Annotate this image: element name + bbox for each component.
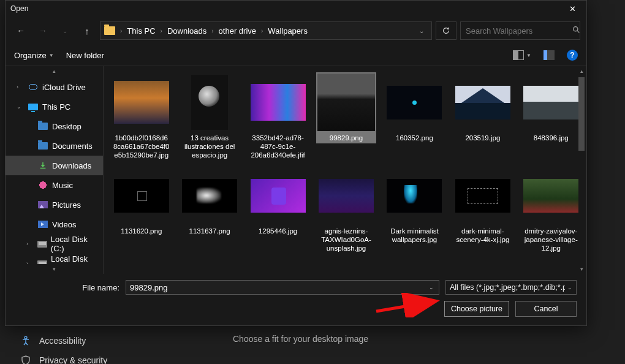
folder-icon [37,141,48,151]
file-item[interactable]: 1295446.jpg [244,163,312,256]
chevron-down-icon: ▼ [526,53,531,58]
address-bar[interactable]: › This PC › Downloads › other drive › Wa… [100,21,432,40]
file-name-input[interactable] [130,283,428,292]
tree-item-icloud-drive[interactable]: ›iCloud Drive [6,77,103,97]
file-name-combobox[interactable]: ⌄ [126,280,439,295]
expander-icon[interactable]: ⌄ [17,104,24,110]
preview-pane-button[interactable] [544,50,555,60]
file-name-caption: 13 creativas ilustraciones del espacio.j… [180,132,240,161]
dl-icon [37,161,48,170]
chevron-right-icon[interactable]: › [119,28,123,34]
tree-item-pictures[interactable]: Pictures [6,195,103,214]
cloud-icon [28,82,39,92]
file-item[interactable]: 848396.jpg [517,70,585,163]
tree-item-this-pc[interactable]: ⌄This PC [6,97,103,116]
tree-item-label: This PC [42,102,70,112]
tree-item-label: Pictures [52,200,81,210]
tree-item-videos[interactable]: Videos [6,214,103,234]
file-item[interactable]: Dark minimalist wallpapers.jpg [381,163,449,256]
file-item[interactable] [107,256,175,274]
search-input[interactable] [466,26,569,36]
scroll-thumb[interactable] [578,77,585,151]
file-item[interactable]: 99829.png [312,70,380,163]
organize-label: Organize [14,51,47,60]
chevron-down-icon: ▼ [49,53,54,58]
settings-accessibility[interactable]: Accessibility [0,331,202,351]
expander-icon[interactable]: › [17,84,24,90]
address-history-dropdown[interactable]: ⌄ [415,28,428,34]
thumbnail [112,165,172,226]
file-item[interactable]: 1b00db2f0168d68ca661a67cbe4f0e5b15290be7… [107,70,175,163]
file-item[interactable]: agnis-leznins-TAXWIad0GoA-unsplash.jpg [312,163,380,256]
file-item[interactable]: dark-minimal-scenery-4k-xj.jpg [449,163,517,256]
preview-icon [544,50,555,60]
file-item[interactable]: 203519.jpg [449,70,517,163]
scroll-up-icon[interactable]: ▴ [577,66,586,76]
open-dialog: Open ✕ ← → ⌄ ↑ › This PC › Downloads › o… [5,0,587,326]
choose-picture-button[interactable]: Choose picture [444,301,509,317]
titlebar: Open ✕ [6,1,586,17]
file-item[interactable]: 3352bd42-ad78-487c-9c1e-206a6d340efe.jfi… [244,70,312,163]
help-button[interactable]: ? [567,50,578,61]
file-item[interactable]: 13 creativas ilustraciones del espacio.j… [175,70,243,163]
dialog-body: ▴ ›iCloud Drive⌄This PCDesktopDocumentsD… [6,66,586,274]
thumbnail [316,72,376,132]
tree-item-label: Local Disk (C:) [51,235,99,253]
expander-icon[interactable]: › [26,241,33,247]
search-box[interactable] [460,21,580,40]
tree-item-desktop[interactable]: Desktop [6,116,103,136]
recent-dropdown[interactable]: ⌄ [56,21,74,40]
accessibility-icon [21,336,31,346]
thumbnail [180,72,240,132]
tree-item-music[interactable]: Music [6,175,103,195]
up-button[interactable]: ↑ [78,21,96,40]
tree-item-label: Music [52,181,73,190]
breadcrumb-downloads[interactable]: Downloads [165,25,209,37]
thumbnail [521,165,581,226]
organize-menu[interactable]: Organize ▼ [14,51,54,60]
pc-icon [28,102,39,112]
file-item[interactable]: 160352.png [381,70,449,163]
tree-item-downloads[interactable]: Downloads [6,156,103,175]
file-type-filter[interactable]: All files (*.jpg;*.jpeg;*.bmp;*.dib;*.pn… [445,280,577,295]
settings-privacy[interactable]: Privacy & security [0,351,202,364]
thumbnail [180,165,240,226]
new-folder-button[interactable]: New folder [66,51,104,60]
scroll-down-icon[interactable]: ▾ [577,264,586,274]
cancel-button[interactable]: Cancel [515,301,577,317]
close-button[interactable]: ✕ [563,2,581,15]
file-name-label: File name: [15,283,119,292]
file-item[interactable]: 1131620.png [107,163,175,256]
dialog-footer: File name: ⌄ All files (*.jpg;*.jpeg;*.b… [6,274,586,325]
back-button[interactable]: ← [12,21,30,40]
pic-icon [37,200,48,210]
shield-icon [21,355,31,364]
svg-point-1 [574,27,578,31]
music-icon [37,180,48,190]
chevron-right-icon[interactable]: › [159,28,164,34]
search-icon[interactable] [572,26,580,36]
tree-item-label: Desktop [52,122,81,131]
refresh-button[interactable] [436,21,456,40]
file-item[interactable]: 1131637.png [175,163,243,256]
breadcrumb-this-pc[interactable]: This PC [124,25,157,37]
view-mode-button[interactable]: ▼ [513,50,531,60]
tree-item-local-disk-c-[interactable]: ›Local Disk (C:) [6,234,103,254]
chevron-right-icon[interactable]: › [260,28,264,34]
vertical-scrollbar[interactable]: ▴ ▾ [577,66,586,274]
forward-button[interactable]: → [34,21,52,40]
file-item[interactable]: dmitry-zaviyalov-japanese-village-12.jpg [517,163,585,256]
file-name-caption: 1295446.jpg [248,226,308,237]
thumbnail [453,165,513,226]
file-name-history-dropdown[interactable]: ⌄ [428,284,435,290]
chevron-right-icon[interactable]: › [210,28,214,34]
breadcrumb-other-drive[interactable]: other drive [216,25,259,37]
breadcrumb-wallpapers[interactable]: Wallpapers [265,25,310,37]
vid-icon [37,219,48,229]
tree-scroll-up[interactable]: ▴ [6,66,103,76]
tree-item-label: Documents [52,142,93,151]
tree-scroll-down[interactable]: ▾ [6,264,103,274]
tree-item-documents[interactable]: Documents [6,136,103,156]
dialog-title: Open [10,4,28,13]
scroll-track[interactable] [577,76,586,264]
